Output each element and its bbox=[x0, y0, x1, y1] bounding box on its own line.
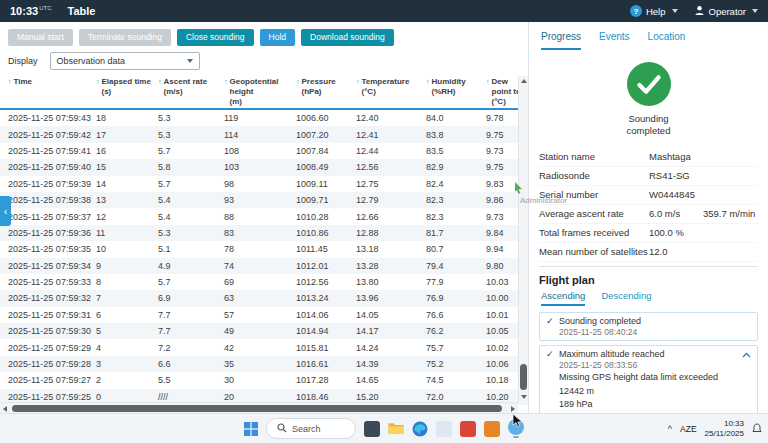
column-header-elapsed-time-s[interactable]: ↑Elapsed time (s) bbox=[92, 75, 154, 107]
cell: 30 bbox=[220, 375, 292, 385]
table-row[interactable]: 2025-11-25 07:59:3276.9631013.2413.9676.… bbox=[0, 290, 528, 306]
cell: 35 bbox=[220, 359, 292, 369]
table-row[interactable]: 2025-11-25 07:59:35105.1781011.4513.1880… bbox=[0, 241, 528, 257]
sidebar-expand-button[interactable] bbox=[0, 196, 11, 226]
table-row[interactable]: 2025-11-25 07:59:41165.71081007.8412.448… bbox=[0, 143, 528, 159]
flight-plan-item-header: ✓Sounding completed2025-11-25 08:40:24 bbox=[546, 316, 751, 337]
sort-icon: ↑ bbox=[356, 77, 360, 88]
clock-time: 10:33 bbox=[10, 5, 38, 17]
scroll-up-arrow-icon[interactable] bbox=[521, 79, 527, 83]
cell: 82.3 bbox=[422, 212, 482, 222]
table-row[interactable]: 2025-11-25 07:59:42175.31141007.2012.418… bbox=[0, 126, 528, 142]
taskbar-clock[interactable]: 10:33 25/11/2025 bbox=[705, 419, 744, 439]
cell: 18 bbox=[92, 113, 154, 123]
cell: 1009.71 bbox=[292, 195, 352, 205]
horizontal-scrollbar-thumb[interactable] bbox=[12, 405, 502, 412]
cell: 12.56 bbox=[352, 162, 422, 172]
table-row[interactable]: 2025-11-25 07:59:2947.2421015.8114.2475.… bbox=[0, 339, 528, 355]
cell: 6.9 bbox=[154, 293, 220, 303]
column-header-time[interactable]: ↑Time bbox=[0, 75, 92, 107]
cell: 12.75 bbox=[352, 179, 422, 189]
notification-bell-icon[interactable] bbox=[752, 423, 762, 434]
language-indicator[interactable]: AZE bbox=[680, 424, 697, 434]
cell: 1010.28 bbox=[292, 212, 352, 222]
cell: 15 bbox=[92, 162, 154, 172]
cell: 1015.81 bbox=[292, 343, 352, 353]
table-row[interactable]: 2025-11-25 07:59:36115.3831010.8612.8881… bbox=[0, 225, 528, 241]
table-row[interactable]: 2025-11-25 07:59:3385.7691012.5613.8077.… bbox=[0, 274, 528, 290]
tab-progress[interactable]: Progress bbox=[541, 31, 581, 50]
chevron-up-icon[interactable] bbox=[742, 349, 751, 360]
edge-icon[interactable] bbox=[412, 421, 428, 437]
help-menu[interactable]: Help bbox=[630, 5, 678, 17]
column-header-temperature-c[interactable]: ↑Temperature (°C) bbox=[352, 75, 422, 107]
scroll-right-arrow-icon[interactable] bbox=[511, 406, 515, 412]
vertical-scrollbar[interactable] bbox=[518, 76, 528, 402]
field-label: Total frames received bbox=[539, 227, 649, 238]
cell: 7 bbox=[92, 293, 154, 303]
close-sounding-button[interactable]: Close sounding bbox=[177, 29, 254, 46]
cell: 12.44 bbox=[352, 146, 422, 156]
app-light-icon[interactable] bbox=[436, 421, 452, 437]
horizontal-scrollbar[interactable] bbox=[0, 402, 518, 413]
table-row[interactable]: 2025-11-25 07:59:3494.9741012.0113.2879.… bbox=[0, 258, 528, 274]
table-row[interactable]: 2025-11-25 07:59:2836.6351016.6114.3975.… bbox=[0, 356, 528, 372]
info-field-mean-number-of-satellites: Mean number of satellites12.0 bbox=[539, 243, 758, 262]
table-row[interactable]: 2025-11-25 07:59:38135.4931009.7112.7982… bbox=[0, 192, 528, 208]
cell: 1018.46 bbox=[292, 392, 352, 402]
cell: 2025-11-25 07:59:32 bbox=[0, 293, 92, 303]
taskbar-search[interactable]: Search bbox=[266, 418, 356, 439]
tab-ascending[interactable]: Ascending bbox=[541, 290, 585, 306]
tab-descending[interactable]: Descending bbox=[601, 290, 651, 306]
running-indicator bbox=[513, 436, 519, 438]
download-sounding-button[interactable]: Download sounding bbox=[301, 29, 394, 46]
column-header-ascent-rate-m-s[interactable]: ↑Ascent rate (m/s) bbox=[154, 75, 220, 107]
detail-text: 12442 m bbox=[559, 386, 594, 396]
flight-plan-tabs: AscendingDescending bbox=[539, 289, 758, 312]
cell: 5.1 bbox=[154, 244, 220, 254]
sort-icon: ↑ bbox=[486, 77, 490, 88]
scroll-left-arrow-icon[interactable] bbox=[3, 406, 7, 412]
column-header-geopotential-height[interactable]: ↑Geopotential height (m) bbox=[220, 75, 292, 107]
table-row[interactable]: 2025-11-25 07:59:37125.4881010.2812.6682… bbox=[0, 208, 528, 224]
field-value: Mashtaga bbox=[649, 151, 703, 162]
hold-button[interactable]: Hold bbox=[260, 29, 295, 46]
user-menu[interactable]: Operator bbox=[694, 5, 759, 18]
chevron-down-icon bbox=[752, 9, 758, 13]
app-orange-icon[interactable] bbox=[484, 421, 500, 437]
column-header-humidity-rh[interactable]: ↑Humidity (%RH) bbox=[422, 75, 482, 107]
app-red-icon[interactable] bbox=[460, 421, 476, 437]
field-value: 12.0 bbox=[649, 246, 703, 257]
cell: 14.24 bbox=[352, 343, 422, 353]
sort-icon: ↑ bbox=[8, 77, 12, 88]
top-bar: 10:33UTC Table Help Operator bbox=[0, 0, 768, 22]
cell: 5.3 bbox=[154, 113, 220, 123]
cell: 1012.01 bbox=[292, 261, 352, 271]
cell: 13.28 bbox=[352, 261, 422, 271]
table-row[interactable]: 2025-11-25 07:59:2725.5301017.2814.6574.… bbox=[0, 372, 528, 388]
table-row[interactable]: 2025-11-25 07:59:3057.7491014.9414.1776.… bbox=[0, 323, 528, 339]
start-button[interactable] bbox=[244, 422, 258, 436]
vertical-scrollbar-thumb[interactable] bbox=[520, 364, 527, 390]
table-row[interactable]: 2025-11-25 07:59:3167.7571014.0614.0576.… bbox=[0, 307, 528, 323]
tray-expand-icon[interactable] bbox=[668, 424, 672, 434]
cell: 2025-11-25 07:59:36 bbox=[0, 228, 92, 238]
user-icon bbox=[694, 5, 705, 18]
cell: 76.6 bbox=[422, 310, 482, 320]
cell: 8 bbox=[92, 277, 154, 287]
app-dark-icon[interactable] bbox=[364, 421, 380, 437]
cell: 2025-11-25 07:59:37 bbox=[0, 212, 92, 222]
table-row[interactable]: 2025-11-25 07:59:40155.81031008.4912.568… bbox=[0, 159, 528, 175]
cell: 12.66 bbox=[352, 212, 422, 222]
column-header-pressure-hpa[interactable]: ↑Pressure (hPa) bbox=[292, 75, 352, 107]
cell: 7.2 bbox=[154, 343, 220, 353]
scroll-down-arrow-icon[interactable] bbox=[521, 395, 527, 399]
table-row[interactable]: 2025-11-25 07:59:43185.31191006.6012.408… bbox=[0, 110, 528, 126]
tab-location[interactable]: Location bbox=[648, 31, 686, 50]
display-dropdown[interactable]: Observation data bbox=[50, 52, 200, 70]
file-explorer-icon[interactable] bbox=[388, 421, 404, 437]
cell: 12.79 bbox=[352, 195, 422, 205]
cell: 74.5 bbox=[422, 375, 482, 385]
table-row[interactable]: 2025-11-25 07:59:39145.7981009.1112.7582… bbox=[0, 176, 528, 192]
tab-events[interactable]: Events bbox=[599, 31, 630, 50]
